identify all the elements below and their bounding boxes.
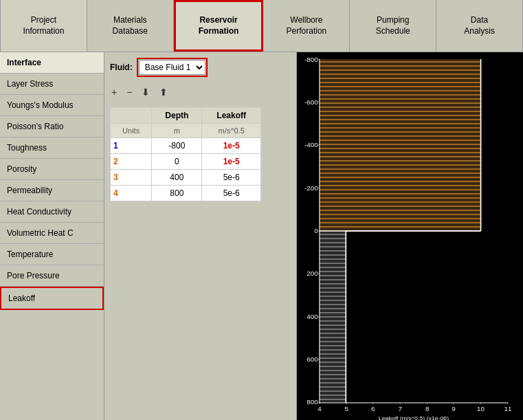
fluid-label: Fluid:	[110, 63, 133, 72]
nav-tab-materials-db[interactable]: MaterialsDatabase	[87, 0, 174, 52]
depth-value[interactable]: -800	[152, 138, 202, 154]
col-header-depth: Depth	[152, 108, 202, 124]
sidebar-item-porosity[interactable]: Porosity	[0, 159, 104, 180]
x-tick-10: 10	[477, 405, 485, 412]
y-tick-800neg: -800	[304, 56, 318, 63]
row-num: 2	[111, 154, 152, 170]
leakoff-units: m/s^0.5	[202, 124, 261, 138]
x-axis-label: Leakoff (m/s^0.5) (x1e-06)	[379, 415, 449, 420]
y-tick-400: 400	[307, 313, 318, 320]
x-tick-4: 4	[318, 405, 321, 412]
table-row[interactable]: 4 800 5e-6	[111, 186, 261, 201]
fluid-select-wrapper: Base Fluid 1Base Fluid 2Base Fluid 3	[137, 58, 208, 77]
content-area: Fluid: Base Fluid 1Base Fluid 2Base Flui…	[104, 52, 523, 420]
sidebar-item-permeability[interactable]: Permeability	[0, 180, 104, 201]
fluid-selector-row: Fluid: Base Fluid 1Base Fluid 2Base Flui…	[110, 58, 291, 77]
col-header-leakoff: Leakoff	[202, 108, 261, 124]
col-header-num	[111, 108, 152, 124]
leakoff-value[interactable]: 1e-5	[202, 138, 261, 154]
depth-value[interactable]: 0	[152, 154, 202, 170]
sidebar-item-label: Toughness	[7, 143, 47, 153]
sidebar-item-label: Leakoff	[8, 294, 35, 303]
add-row-button[interactable]: +	[110, 85, 118, 99]
sidebar-item-label: Interface	[7, 58, 41, 67]
nav-tab-project-info[interactable]: ProjectInformation	[0, 0, 87, 52]
sidebar-item-poissons-ratio[interactable]: Poisson's Ratio	[0, 116, 104, 137]
leakoff-chart: -800 -600 -400 -200 0 200 400 600 800	[297, 52, 523, 420]
sidebar-item-heat-conductivity[interactable]: Heat Conductivity	[0, 201, 104, 223]
y-tick-400neg: -400	[304, 141, 318, 148]
sidebar-item-volumetric-heat[interactable]: Volumetric Heat C	[0, 223, 104, 244]
table-row[interactable]: 2 0 1e-5	[111, 154, 261, 170]
sidebar-item-leakoff[interactable]: Leakoff	[0, 287, 104, 310]
remove-row-button[interactable]: −	[125, 85, 133, 99]
sidebar-item-interface[interactable]: Interface	[0, 52, 104, 74]
depth-units: m	[152, 124, 202, 138]
export-button[interactable]: ⬆	[158, 85, 169, 99]
sidebar-item-label: Pore Pressure	[7, 271, 60, 280]
table-row[interactable]: 1 -800 1e-5	[111, 138, 261, 154]
y-tick-800: 800	[307, 398, 318, 405]
row-num: 4	[111, 186, 152, 201]
y-tick-600: 600	[307, 355, 318, 362]
sidebar-item-label: Layer Stress	[7, 79, 53, 89]
leakoff-value[interactable]: 5e-6	[202, 170, 261, 186]
nav-tab-wellbore-perforation[interactable]: WellborePerforation	[263, 0, 350, 52]
sidebar-item-label: Volumetric Heat C	[7, 228, 74, 238]
sidebar-item-youngs-modulus[interactable]: Youngs's Modulus	[0, 95, 104, 116]
gray-zone	[320, 231, 346, 403]
sidebar-item-label: Heat Conductivity	[7, 207, 71, 217]
sidebar-item-pore-pressure[interactable]: Pore Pressure	[0, 265, 104, 287]
x-tick-5: 5	[345, 405, 348, 412]
left-panel: Fluid: Base Fluid 1Base Fluid 2Base Flui…	[104, 52, 297, 420]
sidebar-item-layer-stress[interactable]: Layer Stress	[0, 74, 104, 95]
nav-tab-reservoir-formation[interactable]: ReservoirFormation	[174, 0, 264, 52]
x-tick-6: 6	[371, 405, 375, 412]
row-num: 3	[111, 170, 152, 186]
sidebar-item-label: Temperature	[7, 250, 53, 259]
data-table: Depth Leakoff Units m m/s^0.5 1 -800 1e-…	[110, 107, 261, 201]
depth-value[interactable]: 400	[152, 170, 202, 186]
svg-marker-87	[320, 231, 346, 403]
sidebar-item-label: Youngs's Modulus	[7, 100, 74, 110]
sidebar: InterfaceLayer StressYoungs's ModulusPoi…	[0, 52, 104, 420]
leakoff-value[interactable]: 1e-5	[202, 154, 261, 170]
table-row[interactable]: 3 400 5e-6	[111, 170, 261, 186]
nav-tab-pumping-schedule[interactable]: PumpingSchedule	[350, 0, 436, 52]
sidebar-item-label: Porosity	[7, 164, 36, 174]
nav-tab-data-analysis[interactable]: DataAnalysis	[436, 0, 523, 52]
import-button[interactable]: ⬇	[140, 85, 151, 99]
top-navigation: ProjectInformationMaterialsDatabaseReser…	[0, 0, 523, 52]
toolbar: + − ⬇ ⬆	[110, 82, 291, 102]
units-row: Units m m/s^0.5	[111, 124, 261, 138]
svg-rect-2	[320, 59, 481, 231]
sidebar-item-label: Permeability	[7, 186, 52, 195]
units-label: Units	[111, 124, 152, 138]
y-tick-0: 0	[314, 227, 318, 234]
x-tick-7: 7	[399, 405, 402, 412]
orange-zone	[320, 59, 481, 231]
y-tick-200neg: -200	[304, 184, 318, 191]
y-tick-200: 200	[307, 269, 318, 276]
chart-area: -800 -600 -400 -200 0 200 400 600 800	[297, 52, 523, 420]
leakoff-value[interactable]: 5e-6	[202, 186, 261, 201]
x-tick-11: 11	[504, 405, 512, 412]
y-tick-600neg: -600	[304, 98, 318, 105]
x-tick-9: 9	[452, 405, 455, 412]
x-tick-8: 8	[425, 405, 429, 412]
fluid-select[interactable]: Base Fluid 1Base Fluid 2Base Fluid 3	[139, 60, 205, 75]
depth-value[interactable]: 800	[152, 186, 202, 201]
sidebar-item-toughness[interactable]: Toughness	[0, 137, 104, 159]
sidebar-item-temperature[interactable]: Temperature	[0, 244, 104, 265]
row-num: 1	[111, 138, 152, 154]
main-layout: InterfaceLayer StressYoungs's ModulusPoi…	[0, 52, 523, 420]
sidebar-item-label: Poisson's Ratio	[7, 122, 63, 131]
table-header-row: Depth Leakoff	[111, 108, 261, 124]
